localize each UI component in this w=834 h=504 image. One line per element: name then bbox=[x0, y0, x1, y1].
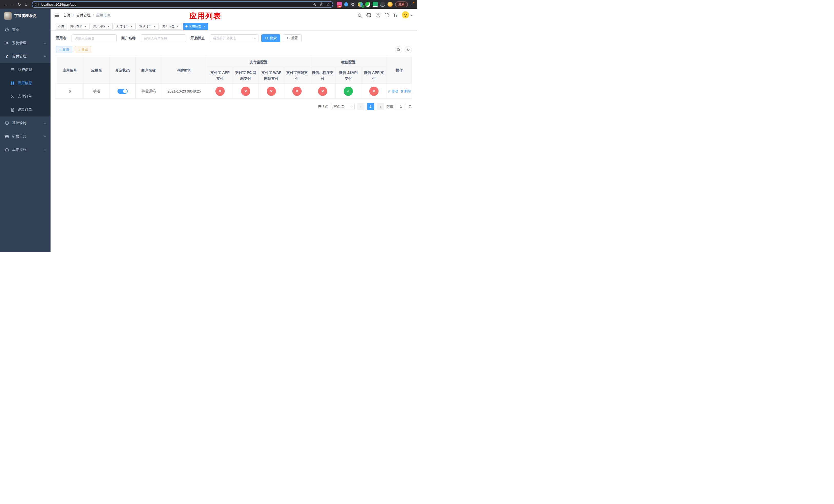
forward-icon[interactable]: → bbox=[9, 1, 16, 8]
password-key-icon[interactable] bbox=[312, 2, 316, 6]
pay-order-icon bbox=[10, 94, 15, 99]
pagination: 共 1 条 10条/页 ‹ 1 › 前往 页 bbox=[56, 103, 412, 110]
refresh-table-button[interactable]: ↻ bbox=[405, 46, 412, 53]
search-form: 应用名 商户名称 开启状态 请选择开启状态 搜索 bbox=[56, 35, 412, 42]
chevron-down-icon bbox=[44, 135, 46, 137]
chevron-up-icon bbox=[44, 55, 46, 58]
sidebar-item-app-info[interactable]: 应用信息 bbox=[0, 76, 50, 90]
user-menu[interactable] bbox=[402, 11, 413, 20]
app-name-input[interactable] bbox=[71, 35, 117, 42]
tab-home[interactable]: 首页 bbox=[56, 23, 66, 30]
breadcrumb-separator: / bbox=[73, 13, 74, 18]
breadcrumb-home[interactable]: 首页 bbox=[63, 13, 70, 18]
toggle-search-button[interactable] bbox=[395, 46, 402, 53]
goto-unit: 页 bbox=[409, 104, 412, 109]
app-name-label: 应用名 bbox=[56, 36, 66, 41]
workflow-icon bbox=[5, 148, 9, 152]
close-icon[interactable]: × bbox=[202, 25, 206, 28]
sidebar-item-home[interactable]: 首页 bbox=[0, 23, 50, 37]
sidebar-item-merchant-info[interactable]: 商户信息 bbox=[0, 63, 50, 76]
sidebar-item-payment[interactable]: ¥ 支付管理 bbox=[0, 50, 50, 63]
app-logo[interactable]: 芋道管理系统 bbox=[0, 9, 50, 23]
extensions-cluster: 10 1 bbox=[337, 2, 393, 7]
help-icon[interactable]: ? bbox=[376, 13, 380, 18]
close-icon[interactable]: × bbox=[130, 25, 133, 28]
search-icon[interactable] bbox=[357, 13, 362, 18]
active-dot bbox=[185, 25, 188, 27]
edit-button[interactable]: 修改 bbox=[388, 89, 398, 94]
column-header: 支付宝 APP 支付 bbox=[207, 67, 233, 84]
tab-label: 流程表单 bbox=[70, 24, 82, 28]
goto-page-input[interactable] bbox=[396, 103, 406, 110]
extension-icon-7[interactable] bbox=[380, 2, 385, 7]
sidebar-item-system[interactable]: 系统管理 bbox=[0, 37, 50, 50]
sidebar-collapse-icon[interactable] bbox=[54, 14, 59, 17]
extension-icon-1[interactable]: 10 bbox=[337, 2, 342, 7]
delete-button[interactable]: 删除 bbox=[400, 89, 411, 94]
extension-icon-2[interactable] bbox=[344, 2, 349, 7]
tab-app-info[interactable]: 应用信息 × bbox=[183, 23, 208, 30]
avatar bbox=[402, 11, 409, 20]
column-header-actions: 操作 bbox=[387, 57, 412, 84]
share-icon[interactable] bbox=[320, 2, 324, 6]
tab-process-form[interactable]: 流程表单 × bbox=[68, 23, 89, 30]
column-header: 微信 APP 支付 bbox=[361, 67, 387, 84]
extension-icon-3[interactable] bbox=[350, 2, 355, 7]
close-icon[interactable]: × bbox=[153, 25, 156, 28]
chevron-down-icon bbox=[44, 148, 46, 151]
sidebar-item-pay-orders[interactable]: 支付订单 bbox=[0, 90, 50, 103]
merchant-name-input[interactable] bbox=[141, 35, 186, 42]
close-icon[interactable]: × bbox=[107, 25, 110, 28]
bookmark-star-icon[interactable]: ☆ bbox=[327, 3, 330, 6]
breadcrumb-payment[interactable]: 支付管理 bbox=[76, 13, 90, 18]
extension-icon-6[interactable] bbox=[373, 2, 378, 7]
prev-page-button[interactable]: ‹ bbox=[357, 103, 365, 110]
tab-user-group[interactable]: 用户分组 × bbox=[91, 23, 113, 30]
github-icon[interactable] bbox=[367, 13, 371, 18]
gear-icon bbox=[5, 41, 9, 45]
sidebar-item-label: 应用信息 bbox=[18, 81, 32, 85]
search-button[interactable]: 搜索 bbox=[261, 35, 280, 42]
sidebar-item-infrastructure[interactable]: 基础设施 bbox=[0, 116, 50, 130]
extension-icon-4[interactable]: 1 bbox=[358, 2, 363, 7]
font-size-icon[interactable]: TT bbox=[393, 13, 397, 18]
export-button[interactable]: ↓ 导出 bbox=[75, 46, 91, 53]
sidebar-item-label: 商户信息 bbox=[18, 67, 32, 72]
url-text[interactable]: localhost:1024/pay/app bbox=[41, 3, 312, 6]
status-select[interactable]: 请选择开启状态 bbox=[210, 35, 259, 42]
add-button[interactable]: + 新增 bbox=[56, 46, 72, 53]
home-icon[interactable]: ⌂ bbox=[23, 1, 29, 8]
extension-icon-8[interactable] bbox=[388, 2, 393, 7]
sidebar-item-label: 工作流程 bbox=[12, 147, 26, 152]
reset-button[interactable]: ↻ 重置 bbox=[283, 35, 302, 42]
current-page[interactable]: 1 bbox=[367, 103, 374, 110]
status-icon: ✓ bbox=[344, 87, 353, 96]
sidebar-item-label: 基础设施 bbox=[12, 121, 26, 125]
close-icon[interactable]: × bbox=[84, 25, 87, 28]
fullscreen-icon[interactable] bbox=[385, 13, 389, 18]
download-icon: ↓ bbox=[78, 48, 80, 51]
site-info-icon[interactable]: i bbox=[35, 3, 39, 6]
yen-icon: ¥ bbox=[5, 54, 9, 59]
status-toggle[interactable] bbox=[117, 89, 128, 94]
chevron-down-icon bbox=[254, 37, 257, 39]
sidebar-item-workflow[interactable]: 工作流程 bbox=[0, 143, 50, 156]
page-size-select[interactable]: 10条/页 bbox=[331, 103, 355, 110]
tab-merchant-info[interactable]: 商户信息 × bbox=[160, 23, 182, 30]
browser-update-button[interactable]: 更新 bbox=[395, 2, 408, 7]
extension-badge: 1 bbox=[361, 5, 365, 8]
extension-icon-5[interactable] bbox=[365, 2, 370, 7]
reload-icon[interactable]: ↻ bbox=[16, 1, 23, 8]
cell-created-at: 2021-10-23 08:49:25 bbox=[161, 84, 207, 99]
back-icon[interactable]: ← bbox=[3, 1, 9, 8]
tab-refund-orders[interactable]: 退款订单 × bbox=[137, 23, 159, 30]
top-navbar: 首页 / 支付管理 / 应用信息 应用列表 ? TT bbox=[50, 9, 417, 22]
browser-menu-icon[interactable]: ⋮ bbox=[410, 2, 414, 7]
tab-label: 支付订单 bbox=[116, 24, 129, 28]
close-icon[interactable]: × bbox=[176, 25, 179, 28]
address-bar[interactable]: i localhost:1024/pay/app ☆ bbox=[32, 1, 333, 8]
tab-pay-orders[interactable]: 支付订单 × bbox=[114, 23, 136, 30]
next-page-button[interactable]: › bbox=[377, 103, 384, 110]
sidebar-item-refund-orders[interactable]: 退款订单 bbox=[0, 103, 50, 116]
sidebar-item-dev-tools[interactable]: 研发工具 bbox=[0, 130, 50, 143]
